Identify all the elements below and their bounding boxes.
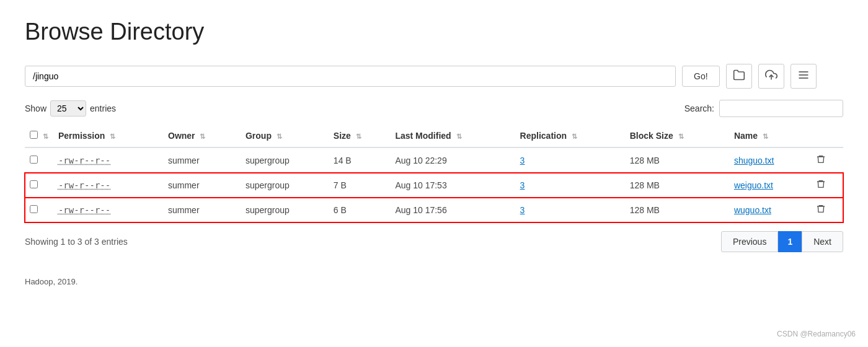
delete-icon[interactable] bbox=[816, 156, 826, 166]
row-group: supergroup bbox=[241, 198, 329, 222]
entries-label: entries bbox=[90, 103, 116, 113]
row-checkbox-cell bbox=[25, 147, 53, 173]
row-block-size: 128 MB bbox=[625, 173, 729, 198]
row-last-modified: Aug 10 17:56 bbox=[390, 198, 515, 222]
search-label: Search: bbox=[684, 103, 714, 113]
row-name[interactable]: weiguo.txt bbox=[729, 173, 811, 198]
row-block-size: 128 MB bbox=[625, 147, 729, 173]
table-header-row: ⇅ Permission ⇅ Owner ⇅ Group ⇅ Size ⇅ La… bbox=[25, 125, 843, 147]
watermark: CSDN @Redamancy06 bbox=[777, 330, 856, 338]
header-last-modified: Last Modified ⇅ bbox=[390, 125, 515, 147]
page-title: Browse Directory bbox=[25, 19, 843, 45]
directory-table: ⇅ Permission ⇅ Owner ⇅ Group ⇅ Size ⇅ La… bbox=[25, 125, 843, 222]
footer-text: Hadoop, 2019. bbox=[25, 277, 843, 286]
row-permission: -rw-r--r-- bbox=[53, 198, 163, 222]
list-view-button[interactable] bbox=[790, 64, 817, 89]
row-size: 6 B bbox=[329, 198, 391, 222]
sort-icon-replication: ⇅ bbox=[572, 133, 577, 141]
row-delete[interactable] bbox=[811, 173, 843, 198]
go-button[interactable]: Go! bbox=[682, 66, 720, 87]
row-last-modified: Aug 10 22:29 bbox=[390, 147, 515, 173]
sort-icon-last-modified: ⇅ bbox=[456, 133, 462, 141]
sort-icon-size: ⇅ bbox=[356, 133, 361, 141]
entries-select[interactable]: 25 50 100 bbox=[50, 100, 86, 116]
row-owner: summer bbox=[163, 147, 241, 173]
header-size: Size ⇅ bbox=[329, 125, 391, 147]
sort-icon-group: ⇅ bbox=[277, 133, 282, 141]
header-replication: Replication ⇅ bbox=[515, 125, 625, 147]
row-replication[interactable]: 3 bbox=[515, 173, 625, 198]
sort-icon-owner: ⇅ bbox=[200, 133, 205, 141]
row-replication[interactable]: 3 bbox=[515, 198, 625, 222]
delete-icon[interactable] bbox=[816, 180, 826, 191]
pagination-buttons: Previous 1 Next bbox=[721, 231, 843, 252]
next-button[interactable]: Next bbox=[802, 231, 843, 252]
row-checkbox-1[interactable] bbox=[30, 180, 38, 188]
showing-text: Showing 1 to 3 of 3 entries bbox=[25, 237, 128, 247]
row-owner: summer bbox=[163, 173, 241, 198]
path-row: Go! bbox=[25, 64, 843, 89]
row-last-modified: Aug 10 17:53 bbox=[390, 173, 515, 198]
header-group: Group ⇅ bbox=[241, 125, 329, 147]
row-name[interactable]: shuguo.txt bbox=[729, 147, 811, 173]
path-input[interactable] bbox=[25, 66, 676, 87]
row-owner: summer bbox=[163, 198, 241, 222]
sort-icon-permission: ⇅ bbox=[110, 133, 115, 141]
row-permission: -rw-r--r-- bbox=[53, 147, 163, 173]
row-checkbox-cell bbox=[25, 173, 53, 198]
row-permission: -rw-r--r-- bbox=[53, 173, 163, 198]
pagination-row: Showing 1 to 3 of 3 entries Previous 1 N… bbox=[25, 231, 843, 252]
row-checkbox-0[interactable] bbox=[30, 156, 38, 164]
show-label: Show bbox=[25, 103, 46, 113]
header-owner: Owner ⇅ bbox=[163, 125, 241, 147]
previous-button[interactable]: Previous bbox=[721, 231, 778, 252]
row-size: 14 B bbox=[329, 147, 391, 173]
search-input[interactable] bbox=[719, 100, 843, 117]
table-row: -rw-r--r-- summer supergroup 6 B Aug 10 … bbox=[25, 198, 843, 222]
row-size: 7 B bbox=[329, 173, 391, 198]
row-checkbox-2[interactable] bbox=[30, 205, 38, 213]
table-row: -rw-r--r-- summer supergroup 14 B Aug 10… bbox=[25, 147, 843, 173]
header-block-size: Block Size ⇅ bbox=[625, 125, 729, 147]
header-checkbox-cell: ⇅ bbox=[25, 125, 53, 147]
folder-icon bbox=[733, 69, 745, 84]
upload-icon bbox=[765, 69, 777, 84]
row-block-size: 128 MB bbox=[625, 198, 729, 222]
delete-icon[interactable] bbox=[816, 205, 826, 216]
header-permission: Permission ⇅ bbox=[53, 125, 163, 147]
upload-icon-button[interactable] bbox=[758, 64, 784, 89]
row-group: supergroup bbox=[241, 173, 329, 198]
row-delete[interactable] bbox=[811, 198, 843, 222]
list-icon bbox=[797, 69, 810, 84]
entries-row: Show 25 50 100 entries Search: bbox=[25, 100, 843, 117]
row-checkbox-cell bbox=[25, 198, 53, 222]
row-group: supergroup bbox=[241, 147, 329, 173]
sort-icon-name: ⇅ bbox=[763, 133, 768, 141]
row-replication[interactable]: 3 bbox=[515, 147, 625, 173]
select-all-checkbox[interactable] bbox=[30, 131, 38, 139]
sort-icon-block-size: ⇅ bbox=[678, 133, 684, 141]
header-actions bbox=[811, 125, 843, 147]
row-delete[interactable] bbox=[811, 147, 843, 173]
sort-icon-select: ⇅ bbox=[43, 133, 48, 141]
header-name: Name ⇅ bbox=[729, 125, 811, 147]
table-row: -rw-r--r-- summer supergroup 7 B Aug 10 … bbox=[25, 173, 843, 198]
current-page-number: 1 bbox=[778, 231, 802, 252]
search-right: Search: bbox=[684, 100, 843, 117]
folder-icon-button[interactable] bbox=[726, 64, 752, 89]
entries-left: Show 25 50 100 entries bbox=[25, 100, 116, 116]
row-name[interactable]: wuguo.txt bbox=[729, 198, 811, 222]
